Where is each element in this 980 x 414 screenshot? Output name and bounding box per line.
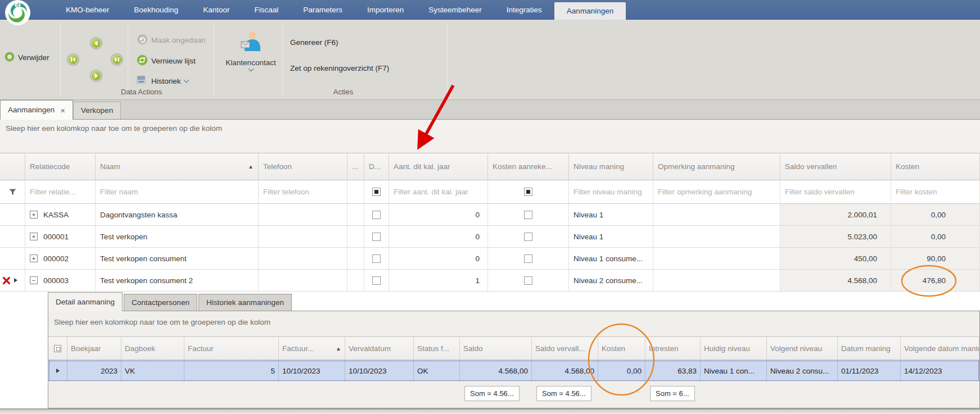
header-relatiecode[interactable]: Relatiecode — [25, 153, 96, 180]
detail-cell-intresten[interactable]: 63,83 — [645, 360, 701, 381]
maak-ongedaan-button[interactable]: Maak ongedaan — [137, 34, 206, 47]
detail-cell-dagboek[interactable]: VK — [121, 360, 184, 381]
checkbox[interactable] — [372, 211, 381, 219]
detail-cell-saldo[interactable]: 4.568,00 — [460, 360, 532, 381]
cell-telefoon[interactable] — [259, 204, 347, 226]
cell-aant[interactable]: 0 — [389, 226, 488, 248]
cell-dots[interactable] — [347, 226, 364, 248]
cell-saldo-vervallen[interactable]: 450,00 — [780, 248, 891, 270]
checkbox[interactable] — [372, 233, 381, 241]
verwijder-button[interactable]: Verwijder — [4, 52, 49, 63]
cell-telefoon[interactable] — [259, 248, 347, 270]
cell-opmerking[interactable] — [653, 270, 780, 292]
tab-verkopen[interactable]: Verkopen — [73, 102, 121, 119]
cell-saldo-vervallen[interactable]: 2.000,01 — [780, 204, 891, 226]
detail-header-factuurdatum[interactable]: Factuur... ▲ — [279, 336, 345, 360]
detail-cell-factuurdatum[interactable]: 10/10/2023 — [279, 360, 345, 381]
checkbox[interactable] — [524, 254, 532, 263]
filter-opmerking[interactable]: Filter opmerking aanmaning — [653, 180, 780, 204]
header-saldo-vervallen[interactable]: Saldo vervallen — [780, 153, 891, 180]
cell-dots[interactable] — [347, 270, 364, 292]
menu-parameters[interactable]: Parameters — [291, 0, 355, 20]
cell-naam[interactable]: Test verkopen — [96, 226, 259, 248]
filter-saldo-vervallen[interactable]: Filter saldo vervallen — [780, 180, 891, 204]
detail-cell-huidig-niveau[interactable]: Niveau 1 con... — [701, 360, 767, 381]
detail-header-factuur[interactable]: Factuur — [184, 336, 279, 360]
nav-previous-button[interactable] — [90, 37, 102, 49]
expand-icon[interactable]: + — [30, 254, 38, 262]
header-telefoon[interactable]: Telefoon — [259, 153, 347, 180]
nav-next-button[interactable] — [90, 70, 102, 82]
detail-cell-volgend-niveau[interactable]: Niveau 2 consu... — [767, 360, 838, 381]
collapse-icon[interactable]: − — [30, 276, 38, 284]
detail-cell-kosten[interactable]: 0,00 — [598, 360, 645, 381]
detail-tab-historiek-aanmaningen[interactable]: Historiek aanmaningen — [198, 294, 292, 311]
filter-dots[interactable] — [347, 180, 364, 204]
detail-header-saldo[interactable]: Saldo — [460, 336, 532, 360]
cell-kosten[interactable]: 0,00 — [891, 226, 980, 248]
cell-kosten[interactable]: 90,00 — [891, 248, 980, 270]
header-naam[interactable]: Naam ▲ — [96, 153, 259, 180]
header-aant-dit-kal-jaar[interactable]: Aant. dit kal. jaar — [389, 153, 488, 180]
detail-header-boekjaar[interactable]: Boekjaar — [67, 336, 121, 360]
detail-header-dagboek[interactable]: Dagboek — [121, 336, 184, 360]
header-kosten[interactable]: Kosten — [891, 153, 980, 180]
cell-kosten[interactable]: 476,80 — [891, 270, 980, 292]
checkbox[interactable] — [372, 254, 381, 263]
tab-aanmaningen[interactable]: Aanmaningen × — [0, 100, 73, 120]
cell-naam[interactable]: Test verkopen consument 2 — [96, 270, 259, 292]
cell-niveau-maning[interactable]: Niveau 1 — [569, 226, 653, 248]
cell-naam[interactable]: Test verkopen consument — [96, 248, 259, 270]
menu-systeembeheer[interactable]: Systeembeheer — [416, 0, 494, 20]
detail-header-kosten[interactable]: Kosten — [598, 336, 645, 360]
filter-relatiecode[interactable]: Filter relatie... — [25, 180, 96, 204]
cell-telefoon[interactable] — [259, 226, 347, 248]
detail-header-volgend-niveau[interactable]: Volgend niveau — [767, 336, 838, 360]
cell-niveau-maning[interactable]: Niveau 2 consume... — [569, 270, 653, 292]
detail-tab-detail-aanmaning[interactable]: Detail aanmaning — [48, 292, 123, 311]
detail-cell-volgende-datum-maning[interactable]: 14/12/2023 — [901, 360, 979, 381]
checkbox[interactable] — [372, 276, 381, 285]
menu-kmo-beheer[interactable]: KMO-beheer — [53, 0, 121, 20]
detail-cell-saldo-vervallen[interactable]: 4.568,00 — [532, 360, 598, 381]
menu-fiscaal[interactable]: Fiscaal — [242, 0, 291, 20]
filter-aant[interactable]: Filter aant. dit kal. jaar — [389, 180, 488, 204]
close-icon[interactable]: × — [60, 106, 65, 115]
nav-last-button[interactable] — [111, 53, 123, 66]
menu-aanmaningen[interactable]: Aanmaningen — [554, 2, 626, 20]
cell-relatiecode[interactable]: − 000003 — [25, 270, 96, 292]
detail-header-saldo-vervallen[interactable]: Saldo vervall... — [532, 336, 598, 360]
header-dots[interactable]: ... — [347, 153, 364, 180]
header-d[interactable]: D... — [364, 153, 389, 180]
indeterminate-checkbox[interactable] — [372, 188, 381, 196]
detail-header-intresten[interactable]: Intresten — [645, 336, 701, 360]
filter-kosten[interactable]: Filter kosten — [891, 180, 980, 204]
detail-cell-vervaldatum[interactable]: 10/10/2023 — [345, 360, 414, 381]
checkbox[interactable] — [524, 211, 532, 219]
cell-relatiecode[interactable]: + 000002 — [25, 248, 96, 270]
checkbox[interactable] — [524, 276, 532, 285]
cell-dots[interactable] — [347, 248, 364, 270]
header-niveau-maning[interactable]: Niveau maning — [569, 153, 653, 180]
cell-saldo-vervallen[interactable]: 4.568,00 — [780, 270, 891, 292]
cell-aant[interactable]: 0 — [389, 204, 488, 226]
cell-opmerking[interactable] — [653, 204, 780, 226]
cell-niveau-maning[interactable]: Niveau 1 consume... — [569, 248, 653, 270]
detail-tab-contactpersonen[interactable]: Contactpersonen — [124, 294, 197, 311]
detail-header-select[interactable] — [48, 336, 67, 360]
menu-importeren[interactable]: Importeren — [355, 0, 416, 20]
detail-header-huidig-niveau[interactable]: Huidig niveau — [701, 336, 767, 360]
zet-op-rekeningoverzicht-button[interactable]: Zet op rekeningoverzicht (F7) — [290, 64, 389, 72]
cell-niveau-maning[interactable]: Niveau 1 — [569, 204, 653, 226]
menu-kantoor[interactable]: Kantoor — [191, 0, 242, 20]
cell-relatiecode[interactable]: + KASSA — [25, 204, 96, 226]
detail-cell-status[interactable]: OK — [414, 360, 460, 381]
menu-integraties[interactable]: Integraties — [494, 0, 554, 20]
genereer-button[interactable]: Genereer (F6) — [290, 38, 338, 47]
header-kosten-aanrekenen[interactable]: Kosten aanreke... — [488, 153, 569, 180]
detail-header-datum-maning[interactable]: Datum maning — [838, 336, 901, 360]
historiek-button[interactable]: Historiek — [136, 75, 188, 87]
menu-boekhouding[interactable]: Boekhouding — [121, 0, 191, 20]
header-opmerking-aanmaning[interactable]: Opmerking aanmaning — [653, 153, 780, 180]
nav-first-button[interactable] — [67, 53, 79, 66]
